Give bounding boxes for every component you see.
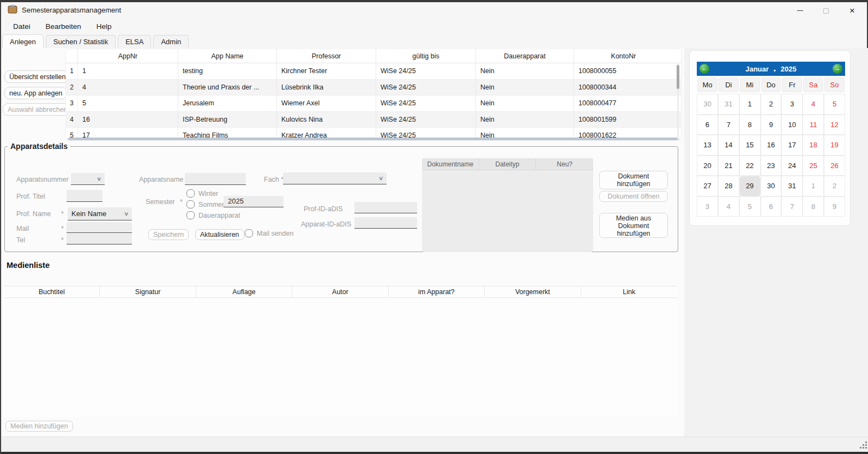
medien-column-header-buchtitel[interactable]: Buchtitel: [4, 286, 100, 298]
calendar-day-24[interactable]: 24: [781, 156, 803, 176]
resize-grip-icon[interactable]: [860, 441, 867, 449]
tab-elsa[interactable]: ELSA: [118, 35, 151, 49]
doc-column-header-neu[interactable]: Neu?: [536, 158, 593, 170]
column-header-kontonr[interactable]: KontoNr: [574, 49, 673, 63]
auswahl-abbrechen-button[interactable]: Auswahl abbrechen: [3, 103, 73, 116]
calendar-day-18[interactable]: 18: [803, 135, 824, 156]
calendar-day-20[interactable]: 20: [697, 156, 718, 176]
doc-column-header-dokumentname[interactable]: Dokumentname: [422, 158, 479, 170]
speichern-button[interactable]: Speichern: [148, 229, 189, 240]
calendar-year[interactable]: 2025: [781, 65, 797, 73]
fach-combobox[interactable]: ∨: [283, 172, 387, 184]
calendar-day-7[interactable]: 7: [781, 196, 803, 217]
calendar-day-1[interactable]: 1: [803, 176, 824, 196]
calendar-month[interactable]: Januar: [745, 65, 769, 73]
radio-winter[interactable]: [186, 189, 195, 198]
apparatsname-input[interactable]: [185, 173, 246, 185]
calendar-day-3[interactable]: 3: [781, 94, 803, 115]
calendar-day-29-selected[interactable]: 29: [739, 176, 761, 196]
tab-admin[interactable]: Admin: [153, 35, 189, 49]
calendar-day-3[interactable]: 3: [697, 196, 718, 217]
menu-item-help[interactable]: Help: [90, 20, 118, 33]
close-button[interactable]: ×: [840, 2, 865, 19]
column-header-app-name[interactable]: App Name: [178, 49, 277, 63]
semester-year-input[interactable]: 2025: [224, 196, 284, 207]
calendar-day-21[interactable]: 21: [718, 156, 739, 176]
calendar-day-14[interactable]: 14: [718, 135, 739, 156]
doc-column-header-dateityp[interactable]: Dateityp: [479, 158, 537, 170]
calendar-day-7[interactable]: 7: [718, 115, 739, 135]
radio-dauerapparat[interactable]: [186, 211, 195, 219]
calendar-day-23[interactable]: 23: [761, 156, 782, 176]
tab-anlegen[interactable]: Anlegen: [2, 34, 44, 49]
calendar-day-2[interactable]: 2: [761, 94, 782, 115]
calendar-day-2[interactable]: 2: [824, 176, 845, 196]
minimize-button[interactable]: [787, 2, 812, 19]
calendar-day-10[interactable]: 10: [781, 115, 803, 135]
calendar-day-6[interactable]: 6: [697, 115, 718, 135]
neu-app-anlegen-button[interactable]: neu. App anlegen: [4, 87, 67, 99]
apparatsnummer-combobox[interactable]: ∨: [71, 173, 105, 185]
prof-id-adis-input[interactable]: [354, 202, 417, 213]
calendar-day-4[interactable]: 4: [718, 196, 739, 217]
calendar-day-22[interactable]: 22: [739, 156, 761, 176]
table-row[interactable]: 24Theorie und Praxis der ...Lüsebrink Il…: [66, 80, 681, 96]
dokument-hinzufuegen-button[interactable]: Dokument hinzufügen: [599, 171, 668, 189]
übersicht-erstellen-button[interactable]: Übersicht erstellen: [4, 70, 71, 83]
calendar-day-5[interactable]: 5: [739, 196, 761, 217]
column-header-dauerapparat[interactable]: Dauerapparat: [476, 49, 574, 63]
menu-item-datei[interactable]: Datei: [7, 20, 37, 33]
calendar-day-4[interactable]: 4: [803, 94, 824, 115]
calendar-day-12[interactable]: 12: [824, 115, 845, 135]
apparat-id-adis-input[interactable]: [354, 217, 417, 229]
calendar-day-31[interactable]: 31: [718, 94, 739, 115]
column-header-professor[interactable]: Professor: [277, 49, 376, 63]
calendar-day-26[interactable]: 26: [824, 156, 845, 176]
calendar-month-year[interactable]: Januar▾2025: [745, 64, 797, 73]
medien-column-header-auflage[interactable]: Auflage: [196, 286, 292, 298]
calendar-day-5[interactable]: 5: [824, 94, 845, 115]
medien-column-header-signatur[interactable]: Signatur: [100, 286, 196, 298]
calendar-day-31[interactable]: 31: [781, 176, 803, 196]
mail-senden-checkbox[interactable]: [245, 229, 253, 237]
calendar-day-8[interactable]: 8: [739, 115, 761, 135]
column-header-gültig-bis[interactable]: gültig bis: [376, 49, 476, 63]
tab-suchen-statistik[interactable]: Suchen / Statistik: [46, 35, 116, 49]
calendar-day-9[interactable]: 9: [761, 115, 782, 135]
calendar-day-27[interactable]: 27: [697, 176, 718, 196]
calendar-day-16[interactable]: 16: [761, 135, 782, 156]
calendar-next-button[interactable]: →: [833, 64, 842, 74]
prof-name-combobox[interactable]: Kein Name ∨: [68, 207, 132, 220]
calendar-day-17[interactable]: 17: [781, 135, 803, 156]
medien-column-header-vorgemerkt[interactable]: Vorgemerkt: [485, 286, 581, 298]
medien-column-header-im-apparat[interactable]: im Apparat?: [389, 286, 485, 298]
table-vertical-scrollbar-thumb[interactable]: [677, 65, 679, 89]
tel-input[interactable]: [67, 234, 132, 244]
calendar-day-19[interactable]: 19: [824, 135, 845, 156]
calendar-day-13[interactable]: 13: [697, 135, 718, 156]
calendar-day-8[interactable]: 8: [803, 196, 824, 217]
calendar-prev-button[interactable]: ←: [700, 64, 709, 74]
dokument-oeffnen-button[interactable]: Dokument öffnen: [599, 191, 668, 202]
mail-input[interactable]: [67, 222, 132, 233]
calendar-day-30[interactable]: 30: [761, 176, 782, 196]
table-row[interactable]: 11testingKirchner TesterWiSe 24/25Nein10…: [66, 63, 681, 80]
aktualisieren-button[interactable]: Aktualisieren: [195, 229, 244, 240]
column-header-appnr[interactable]: AppNr: [78, 49, 178, 63]
calendar-day-6[interactable]: 6: [761, 196, 782, 217]
table-horizontal-scrollbar-thumb[interactable]: [68, 138, 678, 140]
calendar-day-15[interactable]: 15: [739, 135, 761, 156]
calendar-day-1[interactable]: 1: [739, 94, 761, 115]
calendar-day-28[interactable]: 28: [718, 176, 739, 196]
medien-column-header-link[interactable]: Link: [581, 286, 677, 298]
calendar-day-9[interactable]: 9: [824, 196, 845, 217]
calendar-day-30[interactable]: 30: [697, 94, 718, 115]
table-row[interactable]: 416ISP-BetreuungKulovics NinaWiSe 24/25N…: [66, 112, 681, 128]
medien-aus-dokument-button[interactable]: Medien aus Dokument hinzufügen: [599, 213, 668, 238]
medien-column-header-autor[interactable]: Autor: [292, 286, 388, 298]
maximize-button[interactable]: [813, 2, 839, 19]
table-row[interactable]: 35JerusalemWiemer AxelWiSe 24/25Nein1008…: [66, 95, 681, 112]
radio-sommer[interactable]: [186, 200, 195, 208]
title-bar[interactable]: Semesterapparatsmanagement ×: [1, 2, 867, 19]
medien-hinzufuegen-button[interactable]: Medien hinzufügen: [5, 421, 73, 432]
